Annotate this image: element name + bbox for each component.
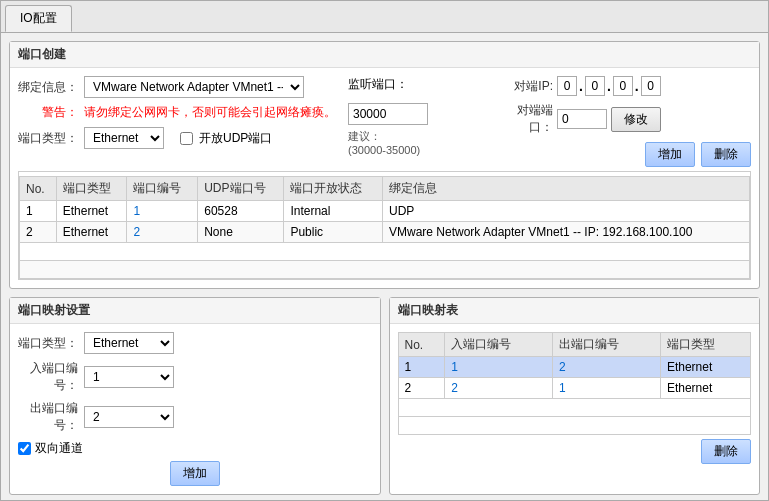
ip-group: . . . [557, 76, 661, 96]
warning-row: 警告： 请勿绑定公网网卡，否则可能会引起网络瘫痪。 [18, 104, 338, 121]
udp-label: 开放UDP端口 [199, 130, 272, 147]
map-out-link-2[interactable]: 1 [559, 381, 566, 395]
col-no: No. [20, 177, 57, 201]
port-table: No. 端口类型 端口编号 UDP端口号 端口开放状态 绑定信息 1 [19, 176, 750, 279]
in-port-select[interactable]: 1 2 3 [84, 366, 174, 388]
ip-dot-3: . [635, 78, 639, 94]
map-port-type-label: 端口类型： [18, 335, 78, 352]
bottom-area: 端口映射设置 端口类型： Ethernet Serial 入端口编号： 1 2 [9, 297, 760, 495]
map-in-link-1[interactable]: 1 [451, 360, 458, 374]
binding-row: 绑定信息： VMware Network Adapter VMnet1 -- I… [18, 76, 338, 98]
cell-no: 1 [20, 201, 57, 222]
monitor-label: 监听端口： [348, 76, 408, 93]
cell-udpport: None [198, 222, 284, 243]
tab-io-config[interactable]: IO配置 [5, 5, 72, 32]
cell-portnum: 2 [127, 222, 198, 243]
map-add-button[interactable]: 增加 [170, 461, 220, 486]
tab-bar: IO配置 [1, 1, 768, 33]
mapping-settings-section: 端口映射设置 端口类型： Ethernet Serial 入端口编号： 1 2 [9, 297, 381, 495]
warning-label: 警告： [18, 104, 78, 121]
empty-row-2 [20, 261, 750, 279]
port-type-row: 端口类型： Ethernet Serial CAN 开放UDP端口 [18, 127, 338, 149]
mapping-settings-body: 端口类型： Ethernet Serial 入端口编号： 1 2 3 [10, 324, 380, 494]
mapping-row[interactable]: 1 1 2 Ethernet [398, 357, 751, 378]
monitor-input[interactable] [348, 103, 428, 125]
mapping-row[interactable]: 2 2 1 Ethernet [398, 378, 751, 399]
in-port-row: 入端口编号： 1 2 3 [18, 360, 372, 394]
delete-port-button[interactable]: 删除 [701, 142, 751, 167]
remote-ip-row: 对端IP: . . . [498, 76, 751, 96]
map-cell-type: Ethernet [660, 357, 750, 378]
monitor-label-row: 监听端口： [348, 76, 488, 93]
remote-port-input[interactable] [557, 109, 607, 129]
map-out-link-1[interactable]: 2 [559, 360, 566, 374]
binding-select[interactable]: VMware Network Adapter VMnet1 -- IP: 192… [84, 76, 304, 98]
mapping-table-body: No. 入端口编号 出端口编号 端口类型 1 1 2 Ether [390, 324, 760, 472]
map-cell-no: 2 [398, 378, 445, 399]
map-cell-in: 2 [445, 378, 553, 399]
in-port-label: 入端口编号： [18, 360, 78, 394]
table-row[interactable]: 1 Ethernet 1 60528 Internal UDP [20, 201, 750, 222]
cell-udpport: 60528 [198, 201, 284, 222]
bidirectional-label: 双向通道 [35, 440, 83, 457]
udp-checkbox[interactable] [180, 132, 193, 145]
port-creation-top: 绑定信息： VMware Network Adapter VMnet1 -- I… [18, 76, 751, 167]
form-middle-col: 监听端口： 建议： (30000-35000) [348, 76, 488, 167]
cell-binding: VMware Network Adapter VMnet1 -- IP: 192… [382, 222, 749, 243]
table-row[interactable]: 2 Ethernet 2 None Public VMware Network … [20, 222, 750, 243]
map-col-no: No. [398, 333, 445, 357]
cell-portnum: 1 [127, 201, 198, 222]
mapping-table-section: 端口映射表 No. 入端口编号 出端口编号 端口类型 [389, 297, 761, 495]
map-delete-btn-wrapper: 删除 [398, 439, 752, 464]
empty-map-row-2 [398, 417, 751, 435]
out-port-select[interactable]: 1 2 3 [84, 406, 174, 428]
ip-dot-1: . [579, 78, 583, 94]
empty-map-row-1 [398, 399, 751, 417]
remote-port-label: 对端端口： [498, 102, 553, 136]
port-type-label: 端口类型： [18, 130, 78, 147]
action-buttons-row: 增加 删除 [498, 142, 751, 167]
bidirectional-row: 双向通道 [18, 440, 372, 457]
map-col-type: 端口类型 [660, 333, 750, 357]
cell-binding: UDP [382, 201, 749, 222]
port-creation-body: 绑定信息： VMware Network Adapter VMnet1 -- I… [10, 68, 759, 288]
port-table-container: No. 端口类型 端口编号 UDP端口号 端口开放状态 绑定信息 1 [18, 171, 751, 280]
ip-octet-1[interactable] [557, 76, 577, 96]
map-cell-no: 1 [398, 357, 445, 378]
ip-octet-4[interactable] [641, 76, 661, 96]
port-link-1[interactable]: 1 [133, 204, 140, 218]
out-port-label: 出端口编号： [18, 400, 78, 434]
col-type: 端口类型 [56, 177, 127, 201]
map-in-link-2[interactable]: 2 [451, 381, 458, 395]
warning-text: 请勿绑定公网网卡，否则可能会引起网络瘫痪。 [84, 104, 336, 121]
ip-octet-2[interactable] [585, 76, 605, 96]
cell-status: Internal [284, 201, 383, 222]
port-link-2[interactable]: 2 [133, 225, 140, 239]
map-col-out: 出端口编号 [553, 333, 661, 357]
col-udpport: UDP端口号 [198, 177, 284, 201]
remote-port-row: 对端端口： 修改 [498, 102, 751, 136]
map-cell-in: 1 [445, 357, 553, 378]
mapping-table-title: 端口映射表 [390, 298, 760, 324]
add-port-button[interactable]: 增加 [645, 142, 695, 167]
form-right-col: 对端IP: . . . 对端 [498, 76, 751, 167]
content-area: 端口创建 绑定信息： VMware Network Adapter VMnet1… [1, 33, 768, 500]
mapping-settings-title: 端口映射设置 [10, 298, 380, 324]
map-cell-type: Ethernet [660, 378, 750, 399]
cell-type: Ethernet [56, 222, 127, 243]
map-delete-button[interactable]: 删除 [701, 439, 751, 464]
ip-dot-2: . [607, 78, 611, 94]
cell-type: Ethernet [56, 201, 127, 222]
map-port-type-select[interactable]: Ethernet Serial [84, 332, 174, 354]
port-type-select[interactable]: Ethernet Serial CAN [84, 127, 164, 149]
main-window: IO配置 端口创建 绑定信息： VMware Network Adapter V… [0, 0, 769, 501]
table-header-row: No. 端口类型 端口编号 UDP端口号 端口开放状态 绑定信息 [20, 177, 750, 201]
empty-row-1 [20, 243, 750, 261]
bidirectional-checkbox[interactable] [18, 442, 31, 455]
ip-octet-3[interactable] [613, 76, 633, 96]
mapping-header-row: No. 入端口编号 出端口编号 端口类型 [398, 333, 751, 357]
form-left-col: 绑定信息： VMware Network Adapter VMnet1 -- I… [18, 76, 338, 167]
modify-button[interactable]: 修改 [611, 107, 661, 132]
map-port-type-row: 端口类型： Ethernet Serial [18, 332, 372, 354]
map-cell-out: 2 [553, 357, 661, 378]
